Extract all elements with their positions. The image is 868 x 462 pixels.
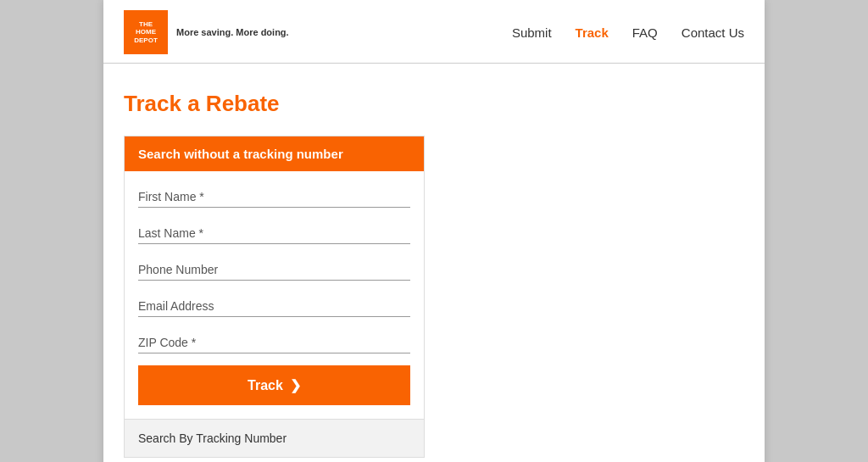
form-body: Track ❯ <box>125 171 424 419</box>
page-wrapper: THE HOME DEPOT More saving. More doing. … <box>103 0 765 462</box>
search-by-tracking-tab[interactable]: Search By Tracking Number <box>125 419 424 457</box>
page-title: Track a Rebate <box>124 91 744 117</box>
main-nav: Submit Track FAQ Contact Us <box>512 25 744 40</box>
email-input[interactable] <box>138 289 410 317</box>
last-name-input[interactable] <box>138 216 410 244</box>
main-content: Track a Rebate Search without a tracking… <box>103 64 765 462</box>
zip-input[interactable] <box>138 326 410 353</box>
nav-contact[interactable]: Contact Us <box>682 25 744 40</box>
logo-tagline: More saving. More doing. <box>176 27 289 37</box>
nav-faq[interactable]: FAQ <box>632 25 658 40</box>
last-name-field <box>138 216 410 248</box>
nav-submit[interactable]: Submit <box>512 25 552 40</box>
logo-area: THE HOME DEPOT More saving. More doing. <box>124 10 289 54</box>
zip-field <box>138 326 410 357</box>
phone-input[interactable] <box>138 253 410 281</box>
first-name-field <box>138 180 410 211</box>
track-button-label: Track <box>248 378 283 393</box>
email-field <box>138 289 410 320</box>
track-form-card: Search without a tracking number <box>124 136 425 458</box>
first-name-input[interactable] <box>138 180 410 208</box>
header: THE HOME DEPOT More saving. More doing. … <box>103 0 765 64</box>
nav-track[interactable]: Track <box>576 25 609 40</box>
home-depot-logo: THE HOME DEPOT <box>124 10 168 54</box>
track-arrow-icon: ❯ <box>290 377 301 393</box>
phone-field <box>138 253 410 284</box>
track-button[interactable]: Track ❯ <box>138 365 410 405</box>
form-card-header: Search without a tracking number <box>125 136 424 171</box>
